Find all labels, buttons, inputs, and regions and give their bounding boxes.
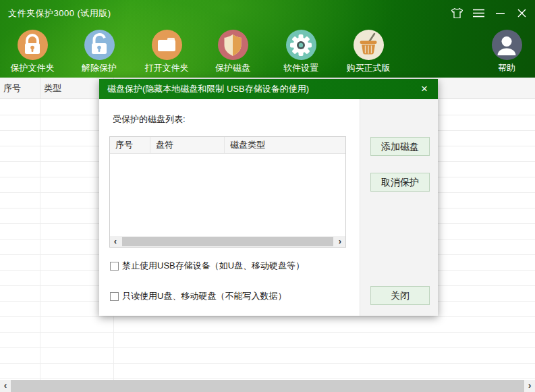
dialog-titlebar: 磁盘保护(隐藏本地磁盘和限制 USB存储设备的使用) × [99, 79, 438, 99]
toolbar-item-protect-folder[interactable]: 保护文件夹 [1, 30, 63, 74]
disk-protection-dialog: 磁盘保护(隐藏本地磁盘和限制 USB存储设备的使用) × 受保护的磁盘列表: 序… [99, 79, 438, 316]
checkbox-box[interactable] [110, 292, 119, 301]
lock-closed-icon [18, 30, 48, 60]
app-window: 文件夹保护3000 (试用版) [0, 0, 535, 392]
scroll-left-icon[interactable]: ‹ [110, 236, 121, 247]
minimize-icon[interactable] [494, 7, 507, 20]
folder-icon [152, 30, 182, 60]
dialog-close-icon[interactable]: × [416, 79, 432, 99]
disk-column-type[interactable]: 磁盘类型 [225, 137, 345, 153]
toolbar-label: 保护文件夹 [1, 62, 63, 74]
toolbar-item-open-folder[interactable]: 打开文件夹 [136, 30, 198, 74]
basket-icon [354, 30, 384, 60]
window-controls [451, 7, 528, 20]
gear-icon [286, 30, 316, 60]
window-title: 文件夹保护3000 (试用版) [8, 7, 111, 20]
cancel-protection-button[interactable]: 取消保护 [370, 173, 430, 192]
dialog-title: 磁盘保护(隐藏本地磁盘和限制 USB存储设备的使用) [107, 84, 309, 94]
scroll-right-icon[interactable]: › [524, 380, 535, 392]
scrollbar-thumb[interactable] [11, 380, 524, 392]
titlebar: 文件夹保护3000 (试用版) [0, 0, 535, 26]
menu-icon[interactable] [472, 7, 485, 20]
person-icon [492, 30, 522, 60]
checkbox-box[interactable] [110, 262, 119, 271]
toolbar: 保护文件夹 解除保护 [0, 30, 535, 77]
dialog-body: 受保护的磁盘列表: 序号 盘符 磁盘类型 ‹ › 禁止使用USB存储设备（如U盘… [99, 99, 438, 316]
disk-column-drive[interactable]: 盘符 [150, 137, 225, 153]
toolbar-label: 帮助 [476, 62, 535, 74]
disk-column-index[interactable]: 序号 [110, 137, 150, 153]
scroll-right-icon[interactable]: › [335, 236, 345, 247]
checkbox-disable-usb[interactable]: 禁止使用USB存储设备（如U盘、移动硬盘等） [110, 260, 304, 272]
toolbar-label: 保护磁盘 [202, 62, 264, 74]
app-header: 文件夹保护3000 (试用版) [0, 0, 535, 78]
close-icon[interactable] [515, 7, 528, 20]
protected-disk-list: 序号 盘符 磁盘类型 ‹ › [109, 136, 346, 248]
checkbox-label: 禁止使用USB存储设备（如U盘、移动硬盘等） [122, 260, 304, 272]
disk-list-horizontal-scrollbar[interactable]: ‹ › [110, 236, 345, 247]
protected-disk-list-label: 受保护的磁盘列表: [113, 113, 186, 125]
main-horizontal-scrollbar[interactable]: ‹ › [0, 380, 535, 392]
add-disk-button[interactable]: 添加磁盘 [370, 137, 430, 156]
toolbar-item-remove-protection[interactable]: 解除保护 [68, 30, 130, 74]
toolbar-item-settings[interactable]: 软件设置 [270, 30, 332, 74]
column-divider [40, 100, 40, 380]
toolbar-label: 软件设置 [270, 62, 332, 74]
checkbox-label: 只读使用U盘、移动硬盘（不能写入数据） [122, 290, 286, 302]
column-header-index[interactable]: 序号 [0, 78, 40, 99]
lock-open-icon [84, 30, 115, 60]
toolbar-label: 打开文件夹 [136, 62, 198, 74]
skin-icon[interactable] [451, 7, 463, 20]
dialog-right-panel [360, 99, 438, 316]
toolbar-label: 购买正式版 [337, 62, 399, 74]
shield-icon [218, 30, 248, 60]
checkbox-readonly-usb[interactable]: 只读使用U盘、移动硬盘（不能写入数据） [110, 290, 286, 302]
toolbar-item-help[interactable]: 帮助 [476, 30, 535, 74]
toolbar-label: 解除保护 [68, 62, 130, 74]
scrollbar-thumb[interactable] [122, 237, 333, 246]
toolbar-item-protect-disk[interactable]: 保护磁盘 [202, 30, 264, 74]
toolbar-item-buy-full-version[interactable]: 购买正式版 [337, 30, 399, 74]
disk-list-header: 序号 盘符 磁盘类型 [110, 137, 345, 154]
dialog-close-button[interactable]: 关闭 [370, 286, 430, 305]
scroll-left-icon[interactable]: ‹ [0, 380, 11, 392]
